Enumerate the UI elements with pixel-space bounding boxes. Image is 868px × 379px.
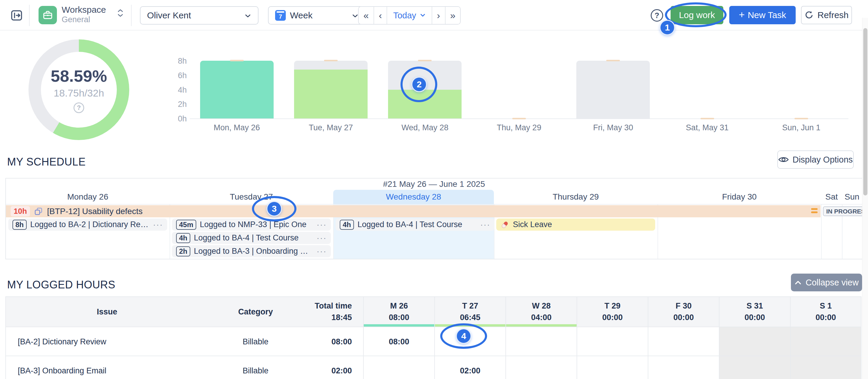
workspace-sort-chevrons-icon[interactable]: [117, 9, 123, 17]
range-select[interactable]: 7 Week: [268, 6, 366, 25]
day-cell-w28[interactable]: [505, 356, 577, 379]
day-total: 00:00: [744, 313, 765, 322]
card-menu-icon[interactable]: ···: [317, 220, 327, 230]
log-work-button[interactable]: Log work: [671, 6, 723, 24]
chevron-down-icon: [351, 10, 359, 21]
weekly-hours-bar-chart: Mon, May 26Tue, May 27Wed, May 28Thu, Ma…: [190, 61, 848, 119]
worklog-card-tuesday-1[interactable]: 45m Logged to NMP-33 | Epic One ···: [172, 218, 331, 231]
schedule-section-title: MY SCHEDULE: [7, 156, 86, 168]
bar-category-label: Sat, May 31: [660, 123, 754, 132]
donut-center: 58.59% 18.75h/32h ?: [41, 52, 117, 128]
nav-prev-button[interactable]: ‹: [374, 7, 388, 24]
user-select[interactable]: Oliver Kent: [140, 6, 258, 25]
worklog-time-chip: 45m: [176, 220, 196, 230]
sick-leave-card[interactable]: Sick Leave: [496, 218, 655, 231]
logged-hours-section-title: MY LOGGED HOURS: [7, 279, 115, 291]
day-cell-m26[interactable]: 08:00: [363, 327, 434, 356]
status-badge[interactable]: IN PROGRESS: [823, 206, 868, 216]
day-total: 00:00: [815, 313, 836, 322]
day-cell-f30[interactable]: [648, 327, 719, 356]
day-label: W 28: [532, 302, 551, 311]
collapse-view-button[interactable]: Collapse view: [791, 274, 862, 291]
target-hours-tick: [795, 118, 808, 119]
logged-hours-bar: [294, 70, 368, 118]
target-hours-tick: [230, 60, 244, 61]
scheduled-task-banner[interactable]: 10h [BTP-12] Usability defects: [6, 205, 820, 217]
worklog-card-monday[interactable]: 8h Logged to BA-2 | Dictionary Review ··…: [8, 218, 167, 231]
target-hours-tick: [324, 60, 338, 61]
donut-help-icon[interactable]: ?: [73, 102, 84, 113]
target-hours-tick: [701, 118, 714, 119]
scrollbar-thumb[interactable]: [863, 28, 867, 196]
donut-percent: 58.59%: [51, 66, 107, 85]
bar-category-label: Thu, May 29: [472, 123, 566, 132]
nav-first-button[interactable]: «: [359, 7, 374, 24]
schedule-day-sunday: Sun: [842, 190, 862, 204]
date-nav-group: « ‹ Today › »: [358, 6, 461, 25]
day-cell-t27[interactable]: [434, 327, 505, 356]
sidebar-toggle-button[interactable]: [9, 8, 24, 23]
plus-icon: +: [739, 9, 745, 21]
toolbar: Workspace General Oliver Kent 7 Week « ‹…: [0, 0, 868, 31]
issue-cell[interactable]: [BA-3] Onboarding Email: [6, 356, 208, 379]
eye-icon: [778, 156, 789, 163]
worklog-card-wednesday[interactable]: 4h Logged to BA-4 | Test Course ···: [336, 218, 494, 231]
day-cell-f30[interactable]: [648, 356, 719, 379]
card-menu-icon[interactable]: ···: [317, 247, 327, 256]
card-menu-icon[interactable]: ···: [480, 220, 490, 230]
day-cell-s31[interactable]: [719, 327, 790, 356]
card-menu-icon[interactable]: ···: [153, 220, 163, 230]
help-icon[interactable]: ?: [651, 9, 663, 22]
required-hours-bar: [576, 61, 650, 118]
logged-hours-table: Issue Category Total time 18:45 M 2608:0…: [5, 297, 862, 379]
new-task-button[interactable]: +New Task: [729, 6, 796, 24]
day-cell-t29[interactable]: [577, 327, 648, 356]
briefcase-icon: [42, 9, 54, 21]
day-progress-underline: [648, 324, 719, 326]
workspace-subtitle: General: [62, 15, 106, 24]
target-hours-tick: [606, 60, 620, 61]
worklog-card-tuesday-2[interactable]: 4h Logged to BA-4 | Test Course ···: [172, 232, 331, 244]
day-total: 00:00: [602, 313, 623, 322]
issue-cell[interactable]: [BA-2] Dictionary Review: [6, 327, 208, 356]
day-total: 08:00: [389, 313, 409, 322]
toolbar-divider: [131, 5, 132, 26]
day-cell-s1[interactable]: [790, 356, 861, 379]
today-button[interactable]: Today: [387, 7, 432, 24]
pill-icon: [499, 218, 511, 231]
nav-next-button[interactable]: ›: [432, 7, 445, 24]
worklog-text: Logged to NMP-33 | Epic One: [200, 220, 307, 229]
workspace-switcher[interactable]: Workspace General: [62, 5, 106, 24]
col-day-m26: M 2608:00: [363, 297, 434, 326]
schedule-day-saturday: Sat: [821, 190, 842, 204]
bar-category-label: Mon, May 26: [190, 123, 284, 132]
schedule-day-header-row: Monday 26 Tuesday 27 Wednesday 28 Thursd…: [6, 190, 862, 204]
day-cell-m26[interactable]: [363, 356, 434, 379]
day-cell-s31[interactable]: [719, 356, 790, 379]
col-day-s31: S 3100:00: [719, 297, 790, 326]
logged-row-ba2: [BA-2] Dictionary Review Billable 08:00 …: [6, 326, 861, 356]
bar-slot: Sun, Jun 1: [754, 61, 848, 118]
refresh-button[interactable]: Refresh: [801, 6, 852, 24]
estimate-chip: 10h: [11, 206, 30, 216]
day-label: M 26: [390, 302, 408, 311]
day-cell-t29[interactable]: [577, 356, 648, 379]
schedule-day-thursday: Thursday 29: [494, 190, 657, 204]
day-cell-w28[interactable]: [505, 327, 577, 356]
workspace-icon[interactable]: [38, 6, 57, 24]
bar-slot: Mon, May 26: [190, 61, 284, 118]
day-total: 00:00: [673, 313, 694, 322]
day-cell-t27[interactable]: 02:00: [434, 356, 505, 379]
nav-last-button[interactable]: »: [445, 7, 460, 24]
category-cell: Billable: [208, 327, 303, 356]
worklog-time-chip: 4h: [340, 220, 354, 230]
day-cell-s1[interactable]: [790, 327, 861, 356]
bar-category-label: Tue, May 27: [284, 123, 378, 132]
bar-chart-y-axis: 8h6h4h2h0h: [127, 57, 187, 124]
worklog-card-tuesday-3[interactable]: 2h Logged to BA-3 | Onboarding Email ···: [172, 245, 331, 257]
category-cell: Billable: [208, 356, 303, 379]
display-options-button[interactable]: Display Options: [777, 150, 854, 169]
logged-hours-header: Issue Category Total time 18:45 M 2608:0…: [6, 297, 861, 326]
card-menu-icon[interactable]: ···: [317, 233, 327, 243]
y-tick-label: 6h: [178, 71, 187, 80]
